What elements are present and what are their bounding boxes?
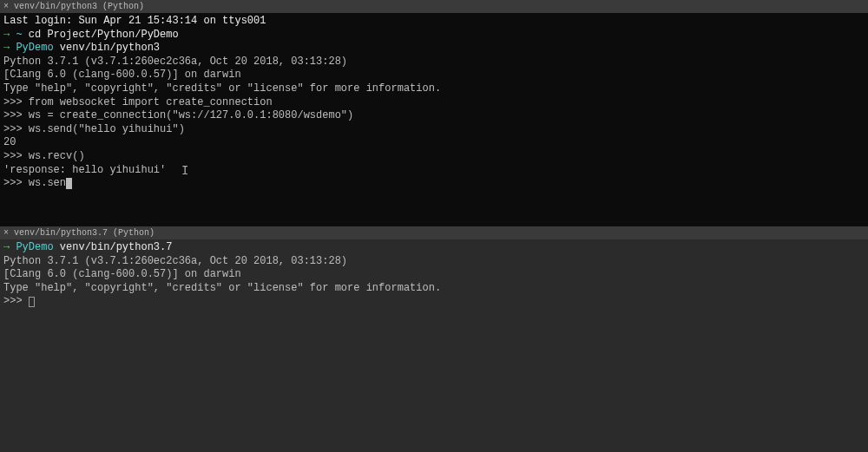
repl-input-text: >>> ws.sen [3, 177, 66, 189]
prompt-arrow-icon: → [3, 241, 16, 253]
help-line: Type "help", "copyright", "credits" or "… [3, 282, 865, 296]
python-version-line: Python 3.7.1 (v3.7.1:260ec2c36a, Oct 20 … [3, 255, 865, 269]
venv-line: → PyDemo venv/bin/python3 [3, 42, 865, 56]
repl-output-response: 'response: hello yihuihui' [3, 164, 865, 178]
help-line: Type "help", "copyright", "credits" or "… [3, 82, 865, 96]
bottom-tabbar: × venv/bin/python3.7 (Python) [0, 226, 868, 239]
repl-line-typing[interactable]: >>> ws.sen [3, 177, 865, 191]
venv-command: venv/bin/python3 [54, 42, 160, 54]
clang-line: [Clang 6.0 (clang-600.0.57)] on darwin [3, 69, 865, 82]
top-tabbar: × venv/bin/python3 (Python) [0, 0, 868, 13]
python-version-line: Python 3.7.1 (v3.7.1:260ec2c36a, Oct 20 … [3, 56, 865, 69]
top-tab-title[interactable]: venv/bin/python3 (Python) [14, 1, 144, 12]
prompt-arrow-icon: → [3, 42, 16, 54]
clang-line: [Clang 6.0 (clang-600.0.57)] on darwin [3, 268, 865, 282]
bottom-terminal-body[interactable]: → PyDemo venv/bin/python3.7 Python 3.7.1… [0, 239, 868, 312]
repl-line-send: >>> ws.send("hello yihuihui") [3, 123, 865, 137]
repl-line-recv: >>> ws.recv() [3, 150, 865, 164]
cd-line: → ~ cd Project/Python/PyDemo [3, 29, 865, 43]
top-terminal-pane[interactable]: × venv/bin/python3 (Python) Last login: … [0, 0, 868, 226]
close-icon[interactable]: × [3, 3, 9, 11]
cwd-label: PyDemo [16, 241, 53, 253]
tilde-icon: ~ [16, 29, 22, 41]
cwd-label: PyDemo [16, 42, 53, 54]
last-login-line: Last login: Sun Apr 21 15:43:14 on ttys0… [3, 15, 865, 29]
close-icon[interactable]: × [3, 229, 9, 238]
repl-output-20: 20 [3, 136, 865, 150]
cursor-icon [66, 178, 72, 189]
repl-line-import: >>> from websocket import create_connect… [3, 96, 865, 110]
venv-command: venv/bin/python3.7 [54, 241, 173, 253]
cursor-hollow-icon [29, 297, 35, 307]
prompt-arrow-icon: → [3, 29, 16, 41]
repl-line-connect: >>> ws = create_connection("ws://127.0.0… [3, 109, 865, 123]
bottom-tab-title[interactable]: venv/bin/python3.7 (Python) [14, 227, 155, 239]
bottom-terminal-pane[interactable]: × venv/bin/python3.7 (Python) → PyDemo v… [0, 226, 868, 452]
cd-command: cd Project/Python/PyDemo [23, 29, 179, 41]
repl-prompt-text: >>> [3, 295, 29, 307]
top-terminal-body[interactable]: Last login: Sun Apr 21 15:43:14 on ttys0… [0, 13, 868, 194]
venv-line: → PyDemo venv/bin/python3.7 [3, 241, 865, 255]
repl-prompt[interactable]: >>> [3, 295, 865, 309]
